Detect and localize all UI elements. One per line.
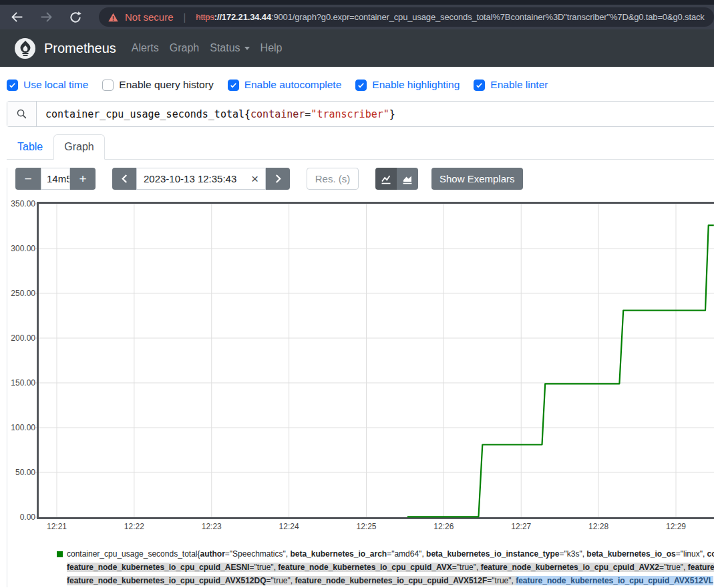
y-axis-label: 50.00	[15, 468, 35, 477]
chevron-right-icon	[275, 174, 282, 184]
legend-label-segment: ="true",	[249, 563, 278, 572]
not-secure-label: Not secure	[125, 11, 174, 23]
url-separator: |	[184, 12, 186, 23]
query-input[interactable]: container_cpu_usage_seconds_total{contai…	[7, 101, 714, 127]
legend-label-segment: feature_node_kubernetes_io_cpu_cpuid_AVX…	[481, 563, 659, 572]
legend-line: container_cpu_usage_seconds_total{author…	[67, 547, 714, 561]
check-icon	[357, 82, 365, 89]
legend-label-segment: beta_kubernetes_io_instance_type	[426, 549, 559, 559]
time-series-chart[interactable]: 350.00300.00250.00200.00150.00100.0050.0…	[7, 198, 714, 533]
line-chart-icon	[381, 174, 391, 184]
expr-token-plain: container_cpu_usage_seconds_total{	[45, 108, 250, 120]
legend-label-segment: ="true",	[487, 576, 516, 585]
option-enable-linter[interactable]: Enable linter	[474, 79, 548, 91]
legend-label-segment: ="true",	[452, 563, 481, 572]
nav-item-status[interactable]: Status	[210, 42, 249, 54]
browser-window-strip	[0, 0, 714, 5]
option-enable-highlighting[interactable]: Enable highlighting	[355, 79, 460, 91]
expr-token-string: "transcriber"	[311, 108, 389, 120]
legend-label-segment: beta_kubernetes_io_os	[586, 549, 675, 559]
url-text: https://172.21.34.44:9001/graph?g0.expr=…	[196, 12, 704, 22]
legend-label-segment: container_cpu_usage_seconds_total{	[67, 549, 200, 559]
legend[interactable]: container_cpu_usage_seconds_total{author…	[7, 547, 714, 587]
x-axis-label: 12:25	[356, 522, 376, 531]
show-exemplars-button[interactable]: Show Exemplars	[431, 168, 523, 190]
query-expression[interactable]: container_cpu_usage_seconds_total{contai…	[37, 102, 395, 126]
tab-graph[interactable]: Graph	[53, 134, 104, 160]
legend-label-segment: author	[200, 549, 225, 559]
legend-label-segment: beta_kubernetes_io_arch	[290, 549, 387, 559]
nav-item-help[interactable]: Help	[260, 42, 283, 54]
legend-label-segment: feature	[688, 563, 714, 572]
x-axis-label: 12:27	[511, 522, 531, 531]
legend-label-segment: ="true",	[659, 563, 688, 572]
warning-icon	[108, 13, 118, 22]
legend-label-segment: co	[707, 549, 714, 559]
browser-chrome: Not secure | https://172.21.34.44:9001/g…	[0, 0, 714, 29]
legend-label-segment: feature_node_kubernetes_io_cpu_cpuid_AVX…	[67, 576, 266, 585]
time-group: 2023-10-13 12:35:43 ×	[112, 168, 290, 190]
url-bar[interactable]: Not secure | https://172.21.34.44:9001/g…	[99, 7, 714, 27]
legend-label-segment: ="Speechmatics",	[225, 549, 291, 559]
clear-time-icon[interactable]: ×	[251, 172, 258, 186]
series-line	[407, 225, 714, 517]
browser-reload-button[interactable]	[65, 9, 85, 26]
option-label: Use local time	[23, 79, 88, 91]
forward-time-button[interactable]	[266, 168, 290, 190]
checkbox-enable-highlighting[interactable]	[355, 80, 367, 91]
check-icon	[9, 82, 16, 89]
option-enable-query-history[interactable]: Enable query history	[102, 79, 213, 91]
back-time-button[interactable]	[112, 168, 136, 190]
y-axis-label: 300.00	[11, 244, 35, 253]
option-label: Enable linter	[490, 79, 548, 91]
torch-icon	[17, 39, 34, 57]
y-axis-label: 150.00	[11, 378, 35, 388]
decrease-range-button[interactable]: −	[15, 168, 41, 190]
browser-back-button[interactable]	[7, 9, 27, 26]
checkbox-enable-linter[interactable]	[474, 80, 485, 91]
line-chart-button[interactable]	[375, 168, 397, 190]
legend-label-segment: ="k3s",	[559, 549, 586, 559]
caret-down-icon	[244, 47, 250, 50]
query-icon-cell	[7, 102, 37, 126]
legend-line: feature_node_kubernetes_io_cpu_cpuid_AES…	[67, 561, 714, 574]
checkbox-enable-autocomplete[interactable]	[228, 80, 239, 91]
nav-item-graph[interactable]: Graph	[170, 42, 199, 54]
legend-line-text: container_cpu_usage_seconds_total{author…	[67, 549, 714, 559]
search-icon	[16, 108, 27, 120]
check-icon	[230, 82, 237, 89]
forward-icon	[39, 10, 53, 24]
x-axis-label: 12:21	[47, 522, 67, 531]
tab-table[interactable]: Table	[7, 134, 53, 160]
nav-item-alerts[interactable]: Alerts	[132, 42, 159, 54]
increase-range-button[interactable]: +	[70, 168, 96, 190]
legend-line: feature_node_kubernetes_io_cpu_cpuid_AVX…	[67, 574, 714, 587]
expr-token-plain: }	[389, 108, 395, 120]
range-group: − 14m5 +	[15, 168, 96, 190]
legend-label-segment: ="true",	[266, 576, 295, 585]
graph-toolbar: − 14m5 + 2023-10-13 12:35:43 × Res. (s)	[15, 168, 714, 190]
legend-label-segment: ="amd64",	[387, 549, 426, 559]
option-use-local-time[interactable]: Use local time	[7, 79, 88, 91]
datetime-input[interactable]: 2023-10-13 12:35:43 ×	[136, 168, 266, 190]
resolution-input[interactable]: Res. (s)	[307, 168, 359, 190]
prometheus-logo[interactable]	[15, 38, 35, 59]
x-axis-label: 12:24	[279, 522, 299, 531]
expr-token-label: container	[250, 108, 305, 120]
stacked-chart-icon	[402, 174, 413, 184]
range-input[interactable]: 14m5	[41, 168, 70, 190]
x-axis-label: 12:28	[588, 522, 608, 531]
options-row: Use local timeEnable query historyEnable…	[0, 67, 714, 91]
brand-title[interactable]: Prometheus	[44, 41, 116, 56]
y-axis-label: 200.00	[11, 333, 35, 343]
checkbox-use-local-time[interactable]	[7, 80, 18, 91]
option-label: Enable query history	[119, 79, 213, 91]
stacked-chart-button[interactable]	[397, 168, 418, 190]
x-axis-label: 12:22	[124, 522, 144, 531]
browser-forward-button[interactable]	[36, 9, 56, 26]
legend-line-text: feature_node_kubernetes_io_cpu_cpuid_AVX…	[67, 576, 713, 585]
x-axis-label: 12:26	[433, 522, 454, 531]
option-enable-autocomplete[interactable]: Enable autocomplete	[228, 79, 342, 91]
checkbox-enable-query-history[interactable]	[102, 80, 114, 91]
datetime-value: 2023-10-13 12:35:43	[144, 173, 236, 184]
